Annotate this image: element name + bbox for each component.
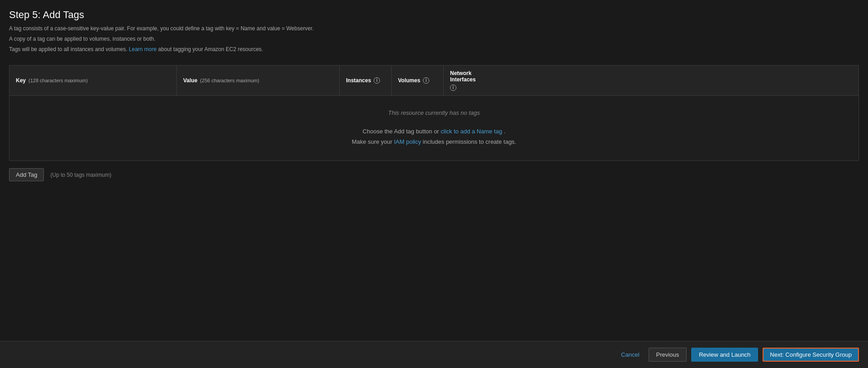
key-label: Key xyxy=(16,77,26,84)
instances-column-header: Instances i xyxy=(340,66,392,95)
footer: Cancel Previous Review and Launch Next: … xyxy=(0,341,868,368)
actions-row: Add Tag (Up to 50 tags maximum) xyxy=(9,168,859,181)
table-body: This resource currently has no tags Choo… xyxy=(9,96,859,161)
description-line-3: Tags will be applied to all instances an… xyxy=(9,45,859,54)
add-tag-button[interactable]: Add Tag xyxy=(9,168,44,181)
value-hint: (256 characters maximum) xyxy=(200,78,259,83)
volumes-column-header: Volumes i xyxy=(392,66,444,95)
page-title: Step 5: Add Tags xyxy=(9,9,859,21)
key-hint: (128 characters maximum) xyxy=(28,78,88,83)
cancel-link[interactable]: Cancel xyxy=(617,351,644,358)
description-line-1: A tag consists of a case-sensitive key-v… xyxy=(9,24,859,33)
learn-more-link[interactable]: Learn more xyxy=(129,46,157,52)
value-column-header: Value (256 characters maximum) xyxy=(177,66,340,95)
add-name-tag-link[interactable]: click to add a Name tag xyxy=(441,128,502,135)
iam-policy-link[interactable]: IAM policy xyxy=(394,138,421,145)
network-label: Network Interfaces xyxy=(450,70,483,83)
review-and-launch-button[interactable]: Review and Launch xyxy=(691,348,758,362)
value-label: Value xyxy=(183,77,197,84)
volumes-info-icon[interactable]: i xyxy=(423,77,429,84)
volumes-label: Volumes xyxy=(398,77,420,84)
empty-message: This resource currently has no tags xyxy=(9,96,859,121)
network-column-header: Network Interfaces i xyxy=(444,66,489,95)
empty-help-line2: Make sure your xyxy=(352,138,393,145)
empty-help: Choose the Add tag button or click to ad… xyxy=(9,121,859,161)
key-column-header: Key (128 characters maximum) xyxy=(9,66,177,95)
tags-table: Key (128 characters maximum) Value (256 … xyxy=(9,65,859,161)
empty-help-line3: includes permissions to create tags. xyxy=(423,138,517,145)
max-tags-label: (Up to 50 tags maximum) xyxy=(50,172,111,178)
instances-label: Instances xyxy=(346,77,371,84)
description-line-2: A copy of a tag can be applied to volume… xyxy=(9,35,859,43)
next-button[interactable]: Next: Configure Security Group xyxy=(763,348,859,362)
empty-help-period: . xyxy=(504,128,506,135)
network-info-icon[interactable]: i xyxy=(450,85,456,91)
previous-button[interactable]: Previous xyxy=(649,348,687,362)
instances-info-icon[interactable]: i xyxy=(374,77,380,84)
table-header: Key (128 characters maximum) Value (256 … xyxy=(9,66,859,96)
empty-help-line1: Choose the Add tag button or xyxy=(363,128,439,135)
